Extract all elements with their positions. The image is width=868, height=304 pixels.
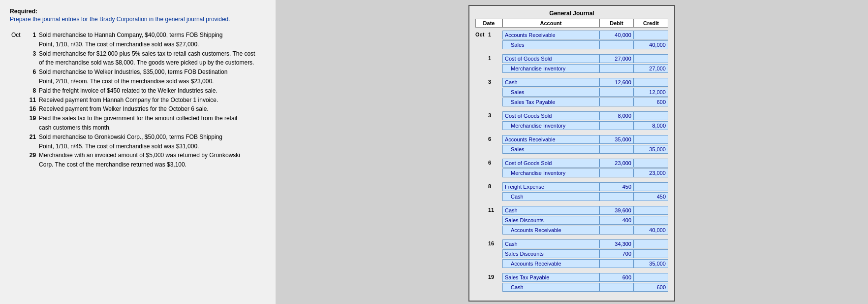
transaction-month [10,96,26,105]
debit-cell[interactable]: 600 [599,273,634,282]
credit-cell[interactable]: 35,000 [634,145,668,154]
account-cell[interactable]: Sales Tax Payable [502,98,599,106]
credit-cell[interactable] [634,78,668,87]
credit-cell[interactable]: 35,000 [634,259,668,268]
transaction-desc: Sold merchandise for $12,000 plus 5% sal… [37,49,266,59]
account-cell[interactable]: Freight Expense [502,182,599,191]
account-cell[interactable]: Cash [502,192,599,201]
account-cell[interactable]: Accounts Receivable [502,259,599,268]
debit-cell[interactable] [599,88,634,97]
journal-entry-group: 11Cash39,600Sales Discounts400Accounts R… [475,206,668,235]
debit-cell[interactable]: 12,600 [599,78,634,87]
account-cell[interactable]: Cost of Goods Sold [502,111,599,120]
entry-month [475,79,486,85]
debit-cell[interactable] [599,259,634,268]
debit-cell[interactable]: 400 [599,216,634,225]
account-cell[interactable]: Merchandise Inventory [502,64,599,73]
account-cell[interactable]: Cost of Goods Sold [502,159,599,168]
debit-cell[interactable] [599,145,634,154]
account-cell[interactable]: Merchandise Inventory [502,169,599,177]
entry-rows: Cash34,300Sales Discounts700Accounts Rec… [502,239,668,268]
credit-cell[interactable]: 40,000 [634,226,668,235]
credit-cell[interactable] [634,135,668,144]
transaction-day: 6 [26,68,37,77]
credit-cell[interactable] [634,159,668,168]
account-cell[interactable]: Sales Discounts [502,216,599,225]
entry-month [475,136,486,142]
entry-row: Freight Expense450 [502,182,668,191]
entry-row: Accounts Receivable35,000 [502,135,668,144]
transaction-desc-cont: of the merchandise sold was $8,000. The … [37,58,266,68]
credit-cell[interactable]: 8,000 [634,121,668,130]
account-cell[interactable]: Accounts Receivable [502,31,599,39]
journal-entry-group: 3Cost of Goods Sold8,000Merchandise Inve… [475,111,668,130]
entry-date: 3 [475,111,502,118]
account-cell[interactable]: Cash [502,239,599,248]
journal-entry-group: Oct1Accounts Receivable40,000Sales40,000 [475,31,668,49]
debit-cell[interactable]: 8,000 [599,111,634,120]
entry-date: 6 [475,159,502,166]
journal-container: General Journal Date Account Debit Credi… [468,5,675,302]
debit-cell[interactable]: 35,000 [599,135,634,144]
debit-cell[interactable] [599,192,634,201]
debit-cell[interactable] [599,64,634,73]
transaction-day: 8 [26,86,37,96]
debit-cell[interactable]: 450 [599,182,634,191]
debit-cell[interactable] [599,169,634,177]
account-cell[interactable]: Sales Tax Payable [502,273,599,282]
entry-row: Accounts Receivable40,000 [502,31,668,39]
debit-cell[interactable] [599,121,634,130]
credit-cell[interactable] [634,216,668,225]
credit-cell[interactable]: 12,000 [634,88,668,97]
account-cell[interactable]: Cash [502,78,599,87]
account-cell[interactable]: Accounts Receivable [502,226,599,235]
account-cell[interactable]: Accounts Receivable [502,135,599,144]
credit-cell[interactable] [634,249,668,258]
credit-cell[interactable] [634,239,668,248]
account-cell[interactable]: Cash [502,206,599,215]
entry-day: 3 [488,79,491,85]
credit-cell[interactable]: 23,000 [634,169,668,177]
credit-cell[interactable] [634,111,668,120]
transaction-month: Oct [10,31,26,40]
transaction-desc: Received payment from Welker Industries … [37,104,266,114]
debit-cell[interactable] [599,283,634,292]
debit-cell[interactable] [599,40,634,49]
account-cell[interactable]: Cost of Goods Sold [502,54,599,63]
debit-cell[interactable]: 27,000 [599,54,634,63]
credit-cell[interactable]: 600 [634,283,668,292]
debit-cell[interactable] [599,226,634,235]
credit-cell[interactable] [634,182,668,191]
transaction-day: 11 [26,96,37,105]
entry-date: 16 [475,239,502,246]
account-cell[interactable]: Sales [502,88,599,97]
account-cell[interactable]: Sales [502,40,599,49]
debit-cell[interactable]: 23,000 [599,159,634,168]
credit-cell[interactable] [634,31,668,39]
entry-row: Cost of Goods Sold23,000 [502,159,668,168]
credit-cell[interactable]: 27,000 [634,64,668,73]
debit-cell[interactable]: 34,300 [599,239,634,248]
credit-cell[interactable]: 450 [634,192,668,201]
credit-cell[interactable] [634,273,668,282]
account-cell[interactable]: Merchandise Inventory [502,121,599,130]
left-panel: Required: Prepare the journal entries fo… [0,0,276,304]
debit-cell[interactable]: 39,600 [599,206,634,215]
transaction-day: 21 [26,133,37,142]
account-cell[interactable]: Cash [502,283,599,292]
credit-cell[interactable] [634,206,668,215]
debit-cell[interactable]: 40,000 [599,31,634,39]
entry-row: Cash600 [502,283,668,292]
account-cell[interactable]: Sales [502,145,599,154]
debit-cell[interactable] [599,98,634,106]
credit-cell[interactable] [634,54,668,63]
account-cell[interactable]: Sales Discounts [502,249,599,258]
entry-row: Cost of Goods Sold27,000 [502,54,668,63]
credit-cell[interactable]: 40,000 [634,40,668,49]
required-description: Prepare the journal entries for the Brad… [10,16,266,23]
debit-cell[interactable]: 700 [599,249,634,258]
entry-date: 1 [475,54,502,61]
entry-date: 8 [475,182,502,189]
credit-cell[interactable]: 600 [634,98,668,106]
entry-date: 6 [475,135,502,142]
